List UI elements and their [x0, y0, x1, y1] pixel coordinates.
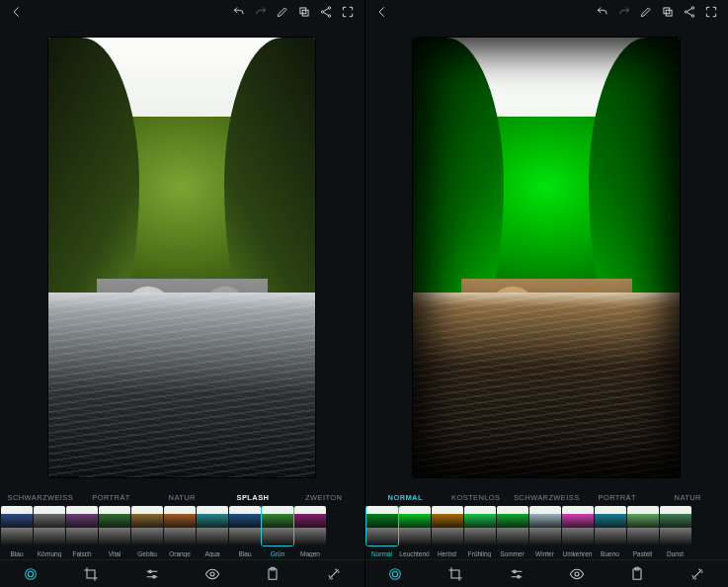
- brush-icon[interactable]: [635, 1, 657, 23]
- filter-thumb[interactable]: Magen: [294, 506, 326, 557]
- edited-photo: [413, 38, 680, 477]
- category-tab[interactable]: SPLASH: [218, 493, 287, 502]
- svg-point-16: [691, 15, 693, 17]
- filter-label: Pastell: [627, 550, 659, 557]
- filter-label: Herbst: [432, 550, 463, 557]
- top-bar: [0, 0, 364, 24]
- layers-icon[interactable]: [293, 1, 315, 23]
- filter-thumb[interactable]: Normal: [366, 506, 398, 557]
- filter-thumb[interactable]: Herbst: [432, 506, 463, 557]
- layers-icon[interactable]: [657, 1, 679, 23]
- svg-point-9: [210, 572, 214, 576]
- filter-label: Vital: [99, 550, 130, 557]
- filter-thumb[interactable]: Sommer: [497, 506, 528, 557]
- filter-label: Sommer: [497, 550, 528, 557]
- top-bar: [365, 0, 729, 24]
- filter-thumb[interactable]: Leuchtend: [399, 506, 431, 557]
- category-tab[interactable]: KOSTENLOS: [442, 493, 511, 502]
- svg-point-15: [691, 7, 693, 9]
- svg-point-5: [28, 571, 33, 576]
- image-canvas[interactable]: [0, 24, 364, 488]
- filter-label: Aqua: [197, 550, 228, 557]
- eye-icon[interactable]: [200, 561, 225, 587]
- svg-rect-0: [299, 8, 305, 14]
- svg-point-18: [390, 568, 401, 579]
- filter-thumbnails: BlauKörnungFalschVitalGebäuOrangeAquaBla…: [0, 506, 364, 559]
- svg-point-21: [575, 572, 579, 576]
- expand-icon[interactable]: [700, 1, 722, 23]
- looks-icon[interactable]: [382, 561, 408, 587]
- bottom-toolbar: [365, 559, 729, 587]
- category-tab[interactable]: SCHWARZWEISS: [513, 493, 582, 502]
- bottom-toolbar: [0, 559, 364, 587]
- redo-icon[interactable]: [250, 1, 272, 23]
- filter-thumb[interactable]: Blau: [229, 506, 261, 557]
- edited-photo: [48, 38, 315, 477]
- magic-icon[interactable]: [321, 561, 347, 587]
- sliders-icon[interactable]: [139, 561, 165, 587]
- redo-icon[interactable]: [613, 1, 635, 23]
- share-icon[interactable]: [679, 1, 700, 23]
- filter-thumb[interactable]: Gebäu: [131, 506, 163, 557]
- brush-icon[interactable]: [272, 1, 293, 23]
- svg-point-14: [685, 11, 687, 13]
- eye-icon[interactable]: [564, 561, 590, 587]
- filter-label: Falsch: [66, 550, 98, 557]
- category-tab[interactable]: NORMAL: [371, 493, 441, 502]
- clipboard-icon[interactable]: [260, 561, 285, 587]
- filter-thumb[interactable]: Pastell: [627, 506, 659, 557]
- looks-icon[interactable]: [18, 561, 43, 587]
- share-icon[interactable]: [315, 1, 337, 23]
- back-icon[interactable]: [6, 1, 28, 23]
- category-tab[interactable]: PORTRÄT: [77, 493, 146, 502]
- svg-point-2: [321, 11, 323, 13]
- filter-thumb[interactable]: Blau: [1, 506, 33, 557]
- svg-rect-12: [664, 8, 670, 14]
- magic-icon[interactable]: [685, 561, 710, 587]
- filter-thumb[interactable]: Dunst: [660, 506, 691, 557]
- filter-label: Magen: [294, 550, 326, 557]
- editor-right-panel: NORMALKOSTENLOSSCHWARZWEISSPORTRÄTNATUR …: [364, 0, 729, 587]
- undo-icon[interactable]: [592, 1, 613, 23]
- category-tab[interactable]: NATUR: [654, 493, 723, 502]
- category-tab[interactable]: ZWEITON: [289, 493, 359, 502]
- filter-label: Blau: [1, 550, 33, 557]
- filter-thumb[interactable]: Körnung: [34, 506, 65, 557]
- filter-label: Frühling: [464, 550, 496, 557]
- image-canvas[interactable]: [365, 24, 729, 488]
- filter-thumb[interactable]: Orange: [164, 506, 196, 557]
- category-tabs: NORMALKOSTENLOSSCHWARZWEISSPORTRÄTNATUR: [365, 488, 729, 506]
- filter-label: Blau: [229, 550, 261, 557]
- filter-label: Umkehren: [562, 550, 594, 557]
- filter-label: Gebäu: [131, 550, 163, 557]
- clipboard-icon[interactable]: [624, 561, 650, 587]
- editor-left-panel: SCHWARZWEISSPORTRÄTNATURSPLASHZWEITON Bl…: [0, 0, 364, 587]
- filter-label: Winter: [529, 550, 561, 557]
- svg-point-4: [328, 15, 330, 17]
- svg-rect-13: [666, 10, 672, 16]
- filter-thumb[interactable]: Falsch: [66, 506, 98, 557]
- filter-thumb[interactable]: Aqua: [197, 506, 228, 557]
- expand-icon[interactable]: [337, 1, 359, 23]
- category-tab[interactable]: PORTRÄT: [583, 493, 652, 502]
- crop-icon[interactable]: [443, 561, 468, 587]
- filter-label: Körnung: [34, 550, 65, 557]
- filter-thumb[interactable]: Frühling: [464, 506, 496, 557]
- undo-icon[interactable]: [228, 1, 250, 23]
- filter-thumb[interactable]: Bueno: [595, 506, 626, 557]
- back-icon[interactable]: [371, 1, 393, 23]
- category-tabs: SCHWARZWEISSPORTRÄTNATURSPLASHZWEITON: [0, 488, 364, 506]
- filter-label: Grün: [262, 550, 293, 557]
- crop-icon[interactable]: [78, 561, 104, 587]
- filter-thumb[interactable]: Grün: [262, 506, 293, 557]
- filter-thumb[interactable]: Vital: [99, 506, 130, 557]
- category-tab[interactable]: SCHWARZWEISS: [6, 493, 75, 502]
- sliders-icon[interactable]: [504, 561, 529, 587]
- category-tab[interactable]: NATUR: [147, 493, 216, 502]
- filter-thumbnails: NormalLeuchtendHerbstFrühlingSommerWinte…: [365, 506, 729, 559]
- svg-point-17: [392, 571, 397, 576]
- filter-thumb[interactable]: Umkehren: [562, 506, 594, 557]
- svg-point-3: [328, 7, 330, 9]
- filter-label: Bueno: [595, 550, 626, 557]
- filter-thumb[interactable]: Winter: [529, 506, 561, 557]
